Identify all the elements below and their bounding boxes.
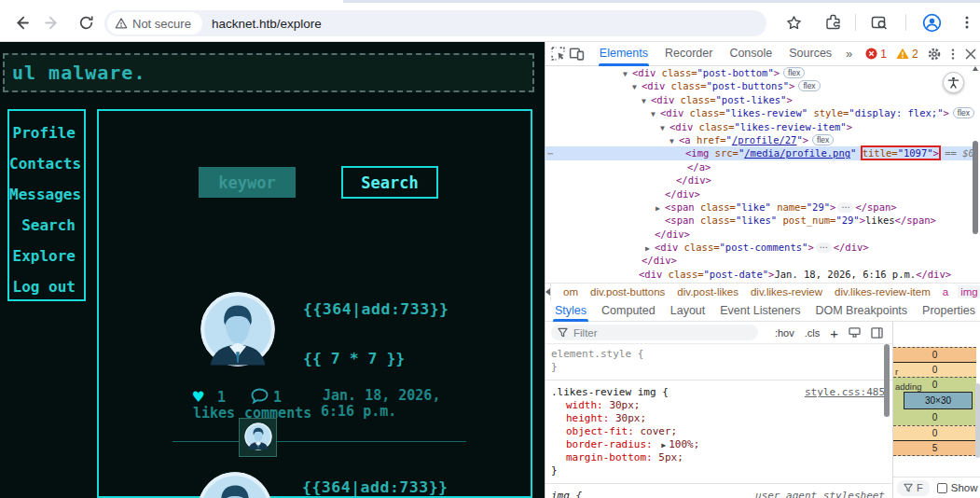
tree-row[interactable]: </div> (545, 228, 974, 241)
styles-scrollbar[interactable] (884, 344, 890, 498)
css-declaration[interactable]: width: 30px; (545, 399, 892, 412)
breadcrumb-item-om[interactable]: om (563, 286, 578, 297)
inspect-highlight-box[interactable] (239, 418, 277, 457)
box-model-content[interactable]: 30×30 (904, 392, 973, 409)
expand-arrow-icon[interactable]: ▶ (661, 439, 666, 452)
device-toolbar-icon[interactable] (567, 43, 585, 65)
keyword-input[interactable] (199, 167, 296, 198)
row-menu-dots[interactable]: ⋯ (547, 146, 552, 159)
tree-row[interactable]: ▼<div class="post-buttons">flex (545, 79, 974, 92)
toggle-hov[interactable]: :hov (775, 327, 794, 339)
tree-row[interactable]: <div class="post-date">Jan. 18, 2026, 6:… (545, 268, 974, 281)
comment-bubble-icon[interactable] (250, 387, 269, 406)
tree-row[interactable]: </div> (545, 254, 974, 267)
css-declaration[interactable]: border-radius: ▶100%; (545, 438, 892, 451)
styles-scrollbar-thumb[interactable] (884, 344, 890, 417)
breadcrumb-item-div-post-buttons[interactable]: div.post-buttons (590, 286, 665, 297)
tree-row[interactable]: ▶<div class="post-comments">⋯</div> (545, 241, 974, 254)
warning-badge[interactable]: 2 (896, 48, 918, 61)
scrollbar-thumb[interactable] (973, 141, 978, 234)
toggle-cls[interactable]: .cls (805, 327, 821, 339)
error-badge[interactable]: 1 (865, 48, 887, 61)
pane-tab-properties[interactable]: Properties (915, 300, 980, 322)
flex-badge[interactable]: flex (812, 134, 834, 145)
security-chip[interactable]: Not secure (107, 12, 202, 35)
css-declaration[interactable]: margin-bottom: 5px; (545, 451, 892, 464)
tree-row[interactable]: ▼<div class="post-likes"> (545, 93, 974, 106)
tree-row[interactable]: ▼<a href="/profile/27">flex (545, 133, 974, 146)
pane-tab-event-listeners[interactable]: Event Listeners (712, 300, 807, 322)
tree-row[interactable]: ▼<div class="likes-review" style="displa… (545, 106, 974, 119)
pane-tab-layout[interactable]: Layout (663, 300, 713, 322)
devtools-settings-icon[interactable] (926, 43, 944, 65)
post2-avatar[interactable] (197, 471, 273, 498)
search-button[interactable]: Search (341, 166, 438, 199)
refresh-icon[interactable] (75, 11, 97, 34)
breadcrumb-item-img[interactable]: img (958, 285, 980, 298)
scrollbar-up-arrow[interactable] (973, 66, 978, 71)
styles-filter-input[interactable]: Filter (551, 325, 758, 340)
devtools-close-icon[interactable] (962, 43, 980, 65)
pane-tab-dom-breakpoints[interactable]: DOM Breakpoints (807, 300, 915, 322)
rendering-icon[interactable] (849, 327, 861, 339)
tree-row[interactable]: ⋯<img src="/media/profile.png" title="10… (545, 146, 974, 159)
forward-icon[interactable] (41, 11, 63, 34)
devtools-tab-console[interactable]: Console (721, 42, 780, 66)
heart-icon[interactable]: ♥ (193, 386, 203, 407)
computed-filter-input[interactable]: F (897, 480, 930, 496)
sidebar-item-search[interactable]: Search (9, 210, 84, 241)
likes-avatar[interactable] (244, 422, 272, 450)
tree-row[interactable]: ▼<div class="post-bottom">flex (545, 66, 974, 79)
breadcrumb-item-a[interactable]: a (943, 286, 948, 297)
pane-tab-styles[interactable]: Styles (547, 300, 594, 322)
accessibility-icon[interactable] (943, 72, 964, 93)
devtools-menu-icon[interactable] (944, 43, 961, 65)
panel-layout-icon[interactable] (871, 327, 883, 339)
ua-rule-selector[interactable]: img { (551, 490, 582, 498)
extensions-icon[interactable] (823, 12, 844, 33)
sidebar-item-log-out[interactable]: Log out (9, 271, 84, 302)
tree-row[interactable]: </div> (545, 187, 974, 201)
url-bar[interactable]: Not secure hacknet.htb/explore (104, 10, 766, 36)
breadcrumb-item-div-likes-review[interactable]: div.likes-review (751, 286, 822, 297)
browser-menu-icon[interactable] (957, 12, 977, 33)
devtools-tab-sources[interactable]: Sources (780, 42, 840, 66)
inline-expand-icon[interactable]: ⋯ (816, 242, 832, 253)
css-declaration[interactable]: height: 30px; (545, 412, 892, 425)
breadcrumb-item-div-likes-review-item[interactable]: div.likes-review-item (835, 286, 931, 297)
sidebar-item-profile[interactable]: Profile (9, 118, 84, 148)
breadcrumb-left-arrow[interactable] (545, 284, 551, 301)
flex-badge[interactable]: flex (953, 107, 974, 118)
pane-tab-computed[interactable]: Computed (594, 300, 663, 322)
new-style-rule-icon[interactable]: + (830, 325, 838, 341)
tree-row[interactable]: ▼<div class="likes-review-item"> (545, 120, 974, 133)
back-icon[interactable] (9, 11, 32, 34)
tree-row[interactable]: <span class="likes" post_num="29">likes<… (545, 214, 974, 227)
url-text[interactable]: hacknet.htb/explore (212, 17, 322, 31)
tab-search-icon[interactable] (869, 12, 890, 33)
sidebar-scrollbar-thumb[interactable] (975, 383, 980, 458)
flex-badge[interactable]: flex (798, 80, 820, 91)
breadcrumb-item-div-post-likes[interactable]: div.post-likes (677, 286, 738, 297)
elements-scrollbar[interactable] (973, 68, 979, 281)
post-avatar[interactable] (200, 291, 276, 367)
devtools-tab-recorder[interactable]: Recorder (656, 42, 721, 66)
inspect-element-icon[interactable] (549, 43, 567, 65)
profile-avatar-icon[interactable] (921, 12, 942, 33)
tree-row[interactable]: </a> (545, 160, 974, 173)
sidebar-item-messages[interactable]: Messages (9, 179, 84, 210)
stylesheet-link[interactable]: style.css:485 (805, 386, 885, 399)
show-all-checkbox[interactable] (937, 483, 947, 493)
tree-row[interactable]: </div> (545, 173, 974, 187)
sidebar-item-explore[interactable]: Explore (9, 241, 84, 271)
element-style-selector[interactable]: element.style { (551, 348, 643, 360)
more-tabs-chevron[interactable]: » (840, 47, 858, 61)
box-model[interactable]: 0 r 0 adding 0 30×30 0 0 5 (893, 347, 976, 456)
rule-selector[interactable]: .likes-review img { (551, 386, 669, 398)
css-declaration[interactable]: object-fit: cover; (545, 425, 892, 438)
tree-row[interactable]: ▶<span class="like" name="29">⋯</span> (545, 201, 974, 214)
sidebar-item-contacts[interactable]: Contacts (9, 148, 84, 179)
flex-badge[interactable]: flex (783, 67, 805, 78)
devtools-tab-elements[interactable]: Elements (591, 42, 656, 66)
bookmark-star-icon[interactable] (783, 12, 804, 33)
